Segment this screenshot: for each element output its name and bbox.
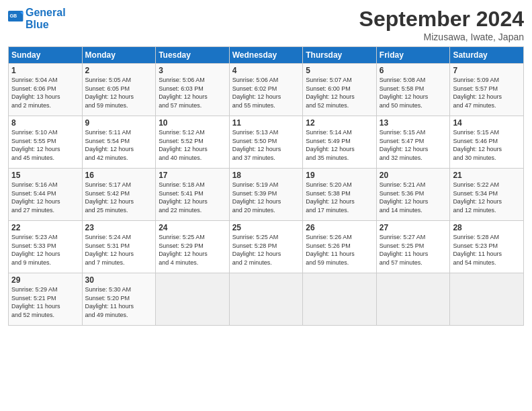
day-number: 15 — [11, 171, 79, 180]
day-info: Sunrise: 5:04 AMSunset: 6:06 PMDaylight:… — [11, 76, 79, 109]
logo-line1: General — [26, 7, 66, 19]
calendar-day: 10Sunrise: 5:12 AMSunset: 5:52 PMDayligh… — [156, 116, 230, 169]
day-number: 4 — [232, 66, 300, 75]
day-info: Sunrise: 5:30 AMSunset: 5:20 PMDaylight:… — [85, 285, 153, 319]
day-info: Sunrise: 5:24 AMSunset: 5:31 PMDaylight:… — [85, 233, 153, 267]
weekday-header-tuesday: Tuesday — [156, 47, 230, 64]
day-info: Sunrise: 5:28 AMSunset: 5:23 PMDaylight:… — [453, 233, 521, 267]
day-info: Sunrise: 5:26 AMSunset: 5:26 PMDaylight:… — [306, 233, 373, 267]
day-number: 26 — [306, 223, 373, 232]
day-number: 16 — [85, 171, 153, 180]
day-number: 28 — [453, 223, 521, 232]
logo: GB General Blue — [8, 7, 66, 30]
calendar-day: 9Sunrise: 5:11 AMSunset: 5:54 PMDaylight… — [82, 116, 156, 169]
day-info: Sunrise: 5:14 AMSunset: 5:49 PMDaylight:… — [306, 128, 373, 162]
day-number: 19 — [306, 171, 373, 180]
calendar-day: 20Sunrise: 5:21 AMSunset: 5:36 PMDayligh… — [376, 169, 450, 221]
calendar-day: 2Sunrise: 5:05 AMSunset: 6:05 PMDaylight… — [82, 64, 156, 116]
calendar-week-3: 15Sunrise: 5:16 AMSunset: 5:44 PMDayligh… — [9, 169, 524, 221]
calendar-day — [303, 273, 377, 326]
svg-text:GB: GB — [9, 13, 17, 19]
day-number: 21 — [453, 171, 521, 180]
calendar-day: 19Sunrise: 5:20 AMSunset: 5:38 PMDayligh… — [303, 169, 377, 221]
calendar-week-5: 29Sunrise: 5:29 AMSunset: 5:21 PMDayligh… — [9, 273, 524, 326]
day-info: Sunrise: 5:21 AMSunset: 5:36 PMDaylight:… — [380, 181, 447, 214]
day-info: Sunrise: 5:15 AMSunset: 5:46 PMDaylight:… — [453, 128, 521, 162]
calendar-week-2: 8Sunrise: 5:10 AMSunset: 5:55 PMDaylight… — [9, 116, 524, 169]
day-info: Sunrise: 5:13 AMSunset: 5:50 PMDaylight:… — [232, 128, 300, 162]
day-number: 27 — [380, 223, 447, 232]
day-info: Sunrise: 5:25 AMSunset: 5:28 PMDaylight:… — [232, 233, 300, 267]
day-number: 18 — [232, 171, 300, 180]
weekday-header-row: SundayMondayTuesdayWednesdayThursdayFrid… — [9, 47, 524, 64]
calendar-day: 26Sunrise: 5:26 AMSunset: 5:26 PMDayligh… — [303, 221, 377, 273]
logo-icon: GB — [8, 11, 24, 27]
weekday-header-friday: Friday — [376, 47, 450, 64]
day-number: 7 — [453, 66, 521, 75]
calendar-day: 23Sunrise: 5:24 AMSunset: 5:31 PMDayligh… — [82, 221, 156, 273]
day-number: 20 — [380, 171, 447, 180]
month-title: September 2024 — [359, 7, 524, 32]
calendar-day: 24Sunrise: 5:25 AMSunset: 5:29 PMDayligh… — [156, 221, 230, 273]
day-info: Sunrise: 5:23 AMSunset: 5:33 PMDaylight:… — [11, 233, 79, 267]
calendar-day: 3Sunrise: 5:06 AMSunset: 6:03 PMDaylight… — [156, 64, 230, 116]
day-info: Sunrise: 5:27 AMSunset: 5:25 PMDaylight:… — [380, 233, 447, 267]
day-number: 11 — [232, 118, 300, 128]
day-info: Sunrise: 5:25 AMSunset: 5:29 PMDaylight:… — [159, 233, 226, 267]
calendar-week-1: 1Sunrise: 5:04 AMSunset: 6:06 PMDaylight… — [9, 64, 524, 116]
calendar-day: 15Sunrise: 5:16 AMSunset: 5:44 PMDayligh… — [9, 169, 83, 221]
day-info: Sunrise: 5:17 AMSunset: 5:42 PMDaylight:… — [85, 181, 153, 214]
day-number: 22 — [11, 223, 79, 232]
calendar-day: 8Sunrise: 5:10 AMSunset: 5:55 PMDaylight… — [9, 116, 83, 169]
day-number: 1 — [11, 66, 79, 75]
calendar-day — [450, 273, 524, 326]
calendar-day: 16Sunrise: 5:17 AMSunset: 5:42 PMDayligh… — [82, 169, 156, 221]
day-number: 23 — [85, 223, 153, 232]
calendar-day: 22Sunrise: 5:23 AMSunset: 5:33 PMDayligh… — [9, 221, 83, 273]
day-info: Sunrise: 5:22 AMSunset: 5:34 PMDaylight:… — [453, 181, 521, 214]
calendar-day: 25Sunrise: 5:25 AMSunset: 5:28 PMDayligh… — [229, 221, 303, 273]
day-number: 3 — [159, 66, 226, 75]
calendar-day: 14Sunrise: 5:15 AMSunset: 5:46 PMDayligh… — [450, 116, 524, 169]
day-number: 13 — [380, 118, 447, 128]
calendar-day: 12Sunrise: 5:14 AMSunset: 5:49 PMDayligh… — [303, 116, 377, 169]
calendar-day: 17Sunrise: 5:18 AMSunset: 5:41 PMDayligh… — [156, 169, 230, 221]
day-number: 25 — [232, 223, 300, 232]
calendar-day: 13Sunrise: 5:15 AMSunset: 5:47 PMDayligh… — [376, 116, 450, 169]
calendar-day: 30Sunrise: 5:30 AMSunset: 5:20 PMDayligh… — [82, 273, 156, 326]
day-info: Sunrise: 5:05 AMSunset: 6:05 PMDaylight:… — [85, 76, 153, 109]
calendar-table: SundayMondayTuesdayWednesdayThursdayFrid… — [8, 46, 524, 326]
weekday-header-monday: Monday — [82, 47, 156, 64]
day-number: 9 — [85, 118, 153, 128]
calendar-day: 29Sunrise: 5:29 AMSunset: 5:21 PMDayligh… — [9, 273, 83, 326]
calendar-day: 4Sunrise: 5:06 AMSunset: 6:02 PMDaylight… — [229, 64, 303, 116]
day-number: 29 — [11, 275, 79, 285]
calendar-day: 5Sunrise: 5:07 AMSunset: 6:00 PMDaylight… — [303, 64, 377, 116]
calendar-day: 28Sunrise: 5:28 AMSunset: 5:23 PMDayligh… — [450, 221, 524, 273]
page-header: GB General Blue September 2024 Mizusawa,… — [8, 7, 524, 42]
day-number: 8 — [11, 118, 79, 128]
day-number: 10 — [159, 118, 226, 128]
title-block: September 2024 Mizusawa, Iwate, Japan — [359, 7, 524, 42]
logo-line2: Blue — [26, 19, 66, 31]
day-number: 12 — [306, 118, 373, 128]
calendar-day — [229, 273, 303, 326]
day-info: Sunrise: 5:15 AMSunset: 5:47 PMDaylight:… — [380, 128, 447, 162]
page-container: GB General Blue September 2024 Mizusawa,… — [0, 0, 532, 332]
day-info: Sunrise: 5:10 AMSunset: 5:55 PMDaylight:… — [11, 128, 79, 162]
day-number: 14 — [453, 118, 521, 128]
day-info: Sunrise: 5:07 AMSunset: 6:00 PMDaylight:… — [306, 76, 373, 109]
calendar-day: 27Sunrise: 5:27 AMSunset: 5:25 PMDayligh… — [376, 221, 450, 273]
day-info: Sunrise: 5:20 AMSunset: 5:38 PMDaylight:… — [306, 181, 373, 214]
day-number: 6 — [380, 66, 447, 75]
day-number: 5 — [306, 66, 373, 75]
day-number: 30 — [85, 275, 153, 285]
day-info: Sunrise: 5:18 AMSunset: 5:41 PMDaylight:… — [159, 181, 226, 214]
weekday-header-wednesday: Wednesday — [229, 47, 303, 64]
day-info: Sunrise: 5:08 AMSunset: 5:58 PMDaylight:… — [380, 76, 447, 109]
calendar-week-4: 22Sunrise: 5:23 AMSunset: 5:33 PMDayligh… — [9, 221, 524, 273]
day-info: Sunrise: 5:16 AMSunset: 5:44 PMDaylight:… — [11, 181, 79, 214]
day-info: Sunrise: 5:11 AMSunset: 5:54 PMDaylight:… — [85, 128, 153, 162]
weekday-header-saturday: Saturday — [450, 47, 524, 64]
day-info: Sunrise: 5:06 AMSunset: 6:02 PMDaylight:… — [232, 76, 300, 109]
